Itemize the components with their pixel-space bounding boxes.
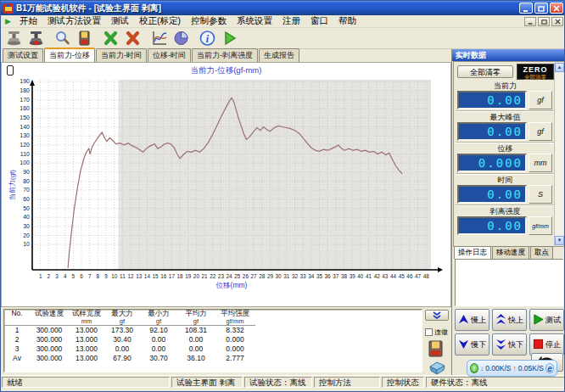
up-icon	[458, 314, 469, 327]
lcd-display: 0.00	[457, 91, 527, 109]
menu-item-6[interactable]: 注册	[277, 15, 305, 27]
table-cell: 92.10	[140, 326, 177, 336]
svg-text:31: 31	[283, 273, 290, 279]
readout-最大峰值: 最大峰值0.00gf	[456, 111, 555, 143]
tab-测试设置[interactable]: 测试设置	[3, 48, 43, 62]
panel-tab-取点[interactable]: 取点	[530, 246, 553, 259]
continuous-checkbox[interactable]	[425, 328, 433, 336]
menu-item-5[interactable]: 系统设置	[232, 15, 277, 27]
table-row[interactable]: 2300.00013.00030.400.000.000.000	[4, 335, 255, 344]
net-speed-widget[interactable]: ↕ ↓ 0.00K/S ↑ 0.05K/S e	[467, 360, 557, 377]
tab-位移-时间[interactable]: 位移-时间	[148, 48, 191, 62]
readout-label: 最大峰值	[456, 112, 555, 122]
svg-text:40: 40	[357, 273, 364, 279]
menu-item-8[interactable]: 帮助	[333, 15, 361, 27]
pie-chart-icon[interactable]	[171, 29, 192, 48]
jog-button-慢上[interactable]: 慢上	[455, 309, 489, 331]
save-result-icon[interactable]	[427, 340, 445, 361]
zero-all-button[interactable]: 全部清零	[457, 65, 513, 78]
jog-button-快下[interactable]: 快下	[492, 333, 527, 356]
table-cell: 13.000	[69, 354, 104, 363]
svg-text:4: 4	[64, 273, 67, 279]
results-panel: No. 试验速度 试样宽度mm最大力gf最小力gf平均力gf平均强度gf/mm …	[1, 307, 451, 375]
svg-text:14: 14	[144, 273, 151, 279]
menu-item-2[interactable]: 测试	[106, 15, 134, 27]
mdi-close-button[interactable]	[551, 17, 563, 26]
press-alert-icon[interactable]	[25, 29, 47, 48]
menu-item-4[interactable]: 控制参数	[186, 15, 232, 27]
readout-label: 时间	[456, 175, 555, 185]
continuous-checkbox-label: 连做	[434, 328, 448, 337]
table-cell: 0.00	[104, 344, 140, 354]
unit-label: gf/mm	[529, 216, 552, 235]
menu-item-7[interactable]: 窗口	[305, 15, 333, 27]
svg-text:80: 80	[23, 178, 30, 184]
stop-icon	[533, 339, 544, 351]
red-x-icon[interactable]	[122, 29, 143, 48]
svg-text:30: 30	[23, 223, 30, 229]
tab-当前力-剥离强度[interactable]: 当前力-剥离强度	[192, 48, 258, 62]
zoom-icon[interactable]	[52, 29, 73, 48]
table-cell: 67.90	[104, 354, 140, 363]
table-cell: 13.000	[69, 326, 104, 336]
menu-item-1[interactable]: 测试方法设置	[42, 15, 106, 27]
table-row[interactable]: 1300.00013.000173.3092.10108.318.332	[4, 326, 255, 336]
status-cell-2: 试验主界面 剥离	[171, 377, 243, 388]
lcd-display: 0.000	[457, 154, 527, 172]
curve-icon[interactable]	[148, 29, 170, 48]
readout-位移: 位移0.000mm	[456, 143, 555, 174]
operation-log[interactable]	[455, 259, 563, 306]
svg-text:43: 43	[382, 273, 389, 279]
svg-text:90: 90	[23, 169, 30, 175]
press-icon[interactable]	[3, 29, 25, 48]
info-icon[interactable]: i	[197, 29, 218, 48]
panel-tab-移动速度[interactable]: 移动速度	[492, 246, 529, 259]
down-icon	[458, 339, 469, 351]
zero-button[interactable]: ZERO 全部清零	[517, 64, 554, 80]
chart-title: 当前力-位移(gf-mm)	[2, 65, 450, 76]
jog-button-慢下[interactable]: 慢下	[455, 333, 489, 356]
svg-text:20: 20	[193, 273, 200, 279]
menu-item-3[interactable]: 校正(标定)	[134, 15, 186, 27]
start-icon[interactable]	[219, 29, 240, 48]
table-row[interactable]: Av300.00013.00067.9030.7036.102.777	[4, 354, 255, 363]
readout-label: 当前力	[456, 81, 555, 91]
svg-text:120: 120	[20, 142, 30, 148]
close-button[interactable]	[550, 3, 563, 14]
svg-text:50: 50	[23, 205, 30, 211]
minimize-button[interactable]	[519, 3, 533, 14]
jog-button-快上[interactable]: 快上	[492, 309, 527, 331]
svg-text:42: 42	[374, 273, 381, 279]
jog-button-测试[interactable]: 测试	[529, 309, 564, 331]
table-cell: 2.777	[215, 354, 255, 363]
svg-text:47: 47	[415, 273, 422, 279]
tab-当前力-时间[interactable]: 当前力-时间	[96, 48, 147, 62]
svg-text:36: 36	[325, 273, 332, 279]
chevron-down-icon[interactable]	[425, 310, 449, 321]
svg-text:7: 7	[88, 273, 92, 279]
realtime-panel-title: 实时数据	[452, 49, 565, 61]
unit-label: S	[529, 185, 552, 204]
panel-tab-操作日志[interactable]: 操作日志	[454, 246, 491, 259]
net-up-value: 0.05K/S	[518, 364, 544, 372]
table-cell: 108.31	[177, 326, 215, 336]
table-row[interactable]: 3300.00013.0000.000.000.000.000	[4, 344, 255, 354]
browser-icon: e	[545, 363, 554, 373]
save-icon[interactable]	[74, 29, 95, 48]
mdi-minimize-button[interactable]	[524, 17, 536, 26]
scrollbar[interactable]: ▲ ▼	[554, 63, 563, 245]
tab-当前力-位移[interactable]: 当前力-位移	[44, 48, 95, 62]
green-x-icon[interactable]	[100, 29, 121, 48]
table-cell: 300.000	[30, 326, 69, 336]
svg-text:70: 70	[23, 187, 30, 193]
menu-item-0[interactable]: 开始	[14, 15, 42, 27]
scroll-up-icon[interactable]: ▲	[555, 63, 564, 72]
tab-生成报告[interactable]: 生成报告	[259, 48, 299, 62]
mdi-restore-button[interactable]	[538, 17, 550, 26]
restore-button[interactable]	[534, 3, 548, 14]
menu-items: 开始测试方法设置测试校正(标定)控制参数系统设置注册窗口帮助	[14, 15, 361, 27]
table-cell: 0.00	[177, 335, 215, 344]
table-cell: 0.000	[215, 344, 255, 354]
svg-text:6: 6	[80, 273, 83, 279]
scroll-down-icon[interactable]: ▼	[555, 236, 564, 245]
